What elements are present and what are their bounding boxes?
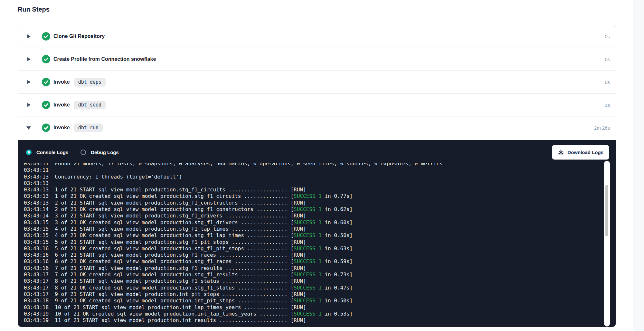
log-success-status: SUCCESS 1 [294,193,322,199]
log-line: 03:43:17 8 of 21 START sql view model pr… [24,278,603,284]
radio-selected-icon[interactable] [26,150,32,155]
log-success-status: SUCCESS 1 [294,271,322,278]
log-scrollbar-track[interactable] [604,161,610,326]
log-line: 03:43:14 2 of 21 OK created sql view mod… [24,206,603,213]
log-success-status: SUCCESS 1 [294,285,322,291]
step-duration: 0s [605,57,610,62]
log-success-status: SUCCESS 1 [294,258,322,264]
log-line: 03:43:17 7 of 21 OK created sql view mod… [24,271,603,278]
log-line: 03:43:15 5 of 21 START sql view model pr… [24,239,603,245]
chevron-right-icon[interactable] [27,34,31,39]
success-check-icon [42,32,50,41]
log-success-status: SUCCESS 1 [294,206,322,212]
step-duration: 0s [605,34,610,39]
log-line: 03:43:14 3 of 21 START sql view model pr… [24,213,603,219]
log-line: 03:43:17 9 of 21 START sql view model pr… [24,291,603,298]
log-success-status: SUCCESS 1 [294,245,322,252]
console-log-output[interactable]: 03:43:11 Found 21 models, 17 tests, 0 sn… [24,163,603,326]
log-line: 03:43:19 11 of 21 START sql view model p… [24,317,603,324]
step-label: Create Profile from Connection snowflake [53,56,156,62]
step-label: Invoke [53,125,70,131]
chevron-right-icon[interactable] [27,79,31,85]
radio-unselected-icon[interactable] [80,150,86,155]
radio-label: Debug Logs [91,150,119,155]
step-duration: 0s [605,79,610,85]
log-line: 03:43:15 4 of 21 START sql view model pr… [24,226,603,232]
radio-debug-logs[interactable]: Debug Logs [80,150,119,155]
step-command-badge: dbt seed [74,101,106,109]
radio-label: Console Logs [36,150,68,155]
chevron-down-icon[interactable] [27,125,31,130]
step-label: Invoke [53,102,70,108]
log-line: 03:43:13 Concurrency: 1 threads (target=… [24,174,603,180]
log-tabs: Console LogsDebug Logs [26,150,119,155]
success-check-icon [42,78,50,86]
log-controls: Console LogsDebug Logs Download Logs [18,140,616,161]
log-line: 03:43:16 6 of 21 START sql view model pr… [24,252,603,258]
chevron-right-icon[interactable] [27,102,31,107]
log-scrollbar-thumb[interactable] [605,185,608,236]
success-check-icon [42,101,50,109]
log-success-status: SUCCESS 1 [294,219,322,225]
page-right-gutter [633,0,644,331]
step-label: Invoke [53,79,70,85]
step-row-invoke-dbt-deps[interactable]: Invokedbt deps0s [18,71,616,94]
log-success-status: SUCCESS 1 [294,311,322,317]
log-line: 03:43:11 Found 21 models, 17 tests, 0 sn… [24,163,603,167]
step-row-create-profile-from-connection-snowflake[interactable]: Create Profile from Connection snowflake… [18,48,616,71]
step-label: Clone Git Repository [53,33,105,39]
log-line: 03:43:15 3 of 21 OK created sql view mod… [24,219,603,226]
log-line: 03:43:18 10 of 21 START sql view model p… [24,304,603,311]
download-icon [558,149,564,155]
log-line: 03:43:13 1 of 21 START sql view model pr… [24,187,603,193]
log-line: 03:43:18 9 of 21 OK created sql view mod… [24,298,603,304]
step-row-invoke-dbt-run[interactable]: Invokedbt run2m 26s [18,116,616,139]
download-logs-button[interactable]: Download Logs [552,145,609,160]
log-success-status: SUCCESS 1 [294,232,322,238]
log-line: 03:43:16 7 of 21 START sql view model pr… [24,265,603,271]
log-line: 03:43:16 5 of 21 OK created sql view mod… [24,245,603,252]
step-command-badge: dbt deps [74,78,106,87]
radio-console-logs[interactable]: Console Logs [26,150,68,155]
step-row-invoke-dbt-seed[interactable]: Invokedbt seed1s [18,94,616,116]
log-success-status: SUCCESS 1 [294,298,322,304]
log-panel: Console LogsDebug Logs Download Logs 03:… [18,140,616,327]
success-check-icon [42,124,50,132]
step-row-clone-git-repository[interactable]: Clone Git Repository0s [18,25,616,48]
chevron-right-icon[interactable] [27,57,31,62]
success-check-icon [42,55,50,63]
log-line: 03:43:19 10 of 21 OK created sql view mo… [24,311,603,317]
step-command-badge: dbt run [74,124,103,132]
run-steps-list: Clone Git Repository0sCreate Profile fro… [18,25,616,139]
step-duration: 2m 26s [594,125,610,131]
page-title: Run Steps [18,6,50,13]
log-line: 03:43:15 4 of 21 OK created sql view mod… [24,232,603,239]
run-steps-card: Clone Git Repository0sCreate Profile fro… [18,25,616,327]
log-line: 03:43:11 [24,167,603,173]
log-line: 03:43:16 6 of 21 OK created sql view mod… [24,258,603,265]
log-line: 03:43:17 8 of 21 OK created sql view mod… [24,285,603,291]
log-line: 03:43:13 2 of 21 START sql view model pr… [24,200,603,206]
log-lines: 03:43:11 Found 21 models, 17 tests, 0 sn… [24,163,603,324]
download-logs-label: Download Logs [567,150,603,155]
step-duration: 1s [605,102,610,108]
log-line: 03:43:13 [24,180,603,187]
log-line: 03:43:13 1 of 21 OK created sql view mod… [24,193,603,199]
